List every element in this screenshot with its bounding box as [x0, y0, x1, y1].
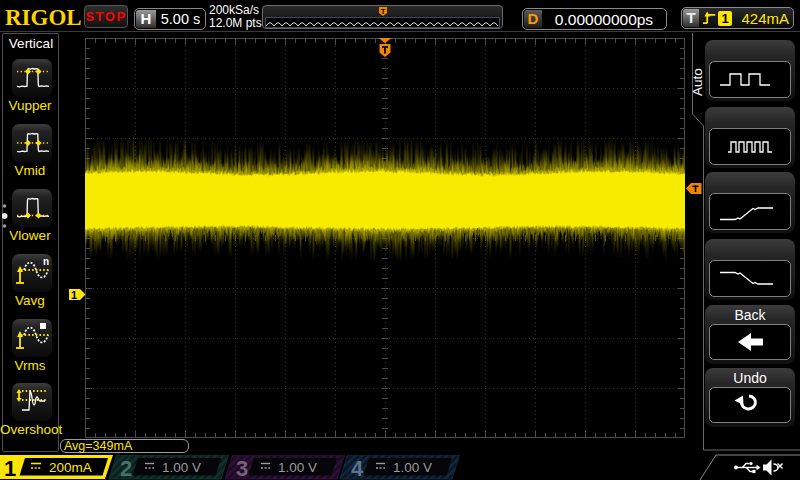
svg-text:1.00 V: 1.00 V: [393, 460, 432, 475]
svg-text:1: 1: [71, 289, 77, 300]
svg-text:T: T: [381, 7, 386, 16]
svg-text:200mA: 200mA: [49, 460, 92, 475]
svg-text:Auto: Auto: [690, 68, 705, 96]
svg-text:3: 3: [236, 456, 248, 480]
svg-text:2: 2: [120, 456, 132, 480]
svg-text:n: n: [43, 256, 49, 267]
svg-text:1.00 V: 1.00 V: [162, 460, 201, 475]
svg-text:4: 4: [351, 456, 364, 480]
svg-text:1.00 V: 1.00 V: [278, 460, 317, 475]
svg-text:1: 1: [4, 456, 16, 480]
